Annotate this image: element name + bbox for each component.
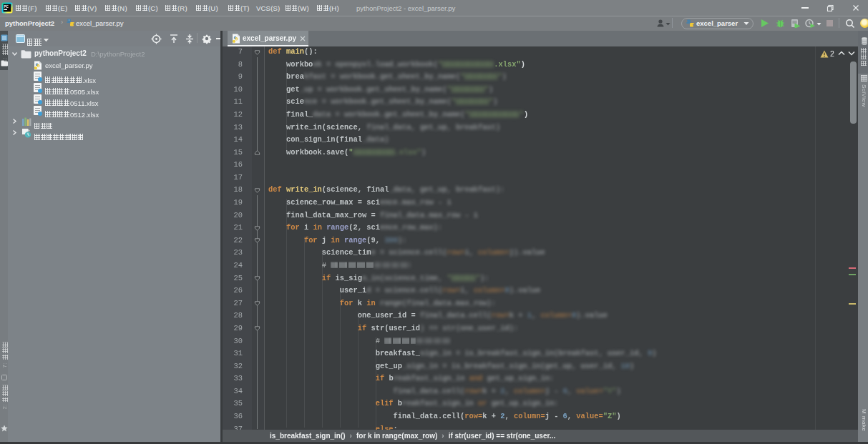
svg-text:PC: PC xyxy=(4,5,9,9)
